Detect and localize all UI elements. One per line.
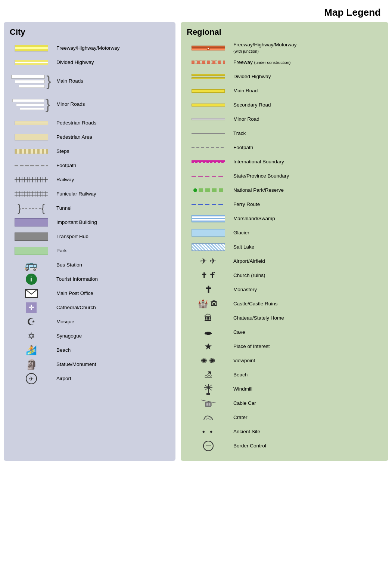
list-item: ✝ ✝̈ Church (ruins)	[187, 269, 382, 282]
road-symbol	[10, 191, 53, 197]
road-symbol	[10, 149, 53, 154]
list-item: National Park/Reserve	[187, 184, 382, 197]
road-label: Divided Highway	[56, 59, 94, 66]
icon-label: Viewpoint	[233, 358, 255, 364]
road-symbol	[187, 188, 230, 192]
list-item: 🕳 Cave	[187, 326, 382, 339]
icon-label: Ancient Site	[233, 429, 260, 435]
icon-symbol: ✝ ✝̈	[187, 271, 230, 280]
list-item: Glacier	[187, 226, 382, 240]
airport-icon: ✈	[26, 373, 37, 384]
icon-symbol: ✡	[10, 331, 53, 341]
icon-label: Main Post Office	[56, 290, 93, 297]
icon-symbol: ✈ ✈	[187, 256, 230, 266]
list-item: 🏛 Chateau/Stately Home	[187, 311, 382, 325]
road-symbol	[187, 160, 230, 163]
road-symbol	[187, 176, 230, 177]
road-label: Park	[56, 248, 67, 254]
list-item: Divided Highway	[10, 56, 169, 69]
list-item: 🗿 Statue/Monument	[10, 358, 169, 371]
road-label: State/Province Boundary	[233, 173, 289, 179]
ancient-site-icon: • •	[202, 428, 214, 436]
crater-icon	[202, 414, 214, 421]
road-label: Minor Roads	[56, 101, 85, 108]
road-symbol	[10, 60, 53, 65]
list-item: Cable Car	[187, 397, 382, 410]
road-label: National Park/Reserve	[233, 187, 284, 194]
svg-rect-5	[206, 393, 210, 395]
church-icon: ✛	[26, 302, 37, 313]
tunnel-right-brace-icon: {	[41, 203, 45, 213]
road-label: Freeway/Highway/Motorway	[56, 45, 120, 52]
mosque-icon: ☪	[27, 316, 35, 328]
icon-symbol	[187, 441, 230, 451]
svg-rect-9	[206, 403, 208, 406]
road-label: Ferry Route	[233, 201, 260, 208]
regional-column: Regional Freeway/Highway/Motorway(with j…	[181, 22, 388, 461]
icon-label: Bus Station	[56, 262, 82, 268]
list-item: Transport Hub	[10, 230, 169, 243]
icon-label: Border Control	[233, 443, 266, 449]
icon-symbol: 🏄	[10, 345, 53, 355]
list-item: ✛ Cathedral/Church	[10, 301, 169, 314]
road-label: Footpath	[233, 145, 253, 151]
road-label: Divided Highway	[233, 74, 271, 80]
icon-symbol	[10, 289, 53, 298]
icon-symbol: ✺ ✺	[187, 356, 230, 365]
list-item: Freeway/Highway/Motorway	[10, 41, 169, 55]
icon-symbol: ✛	[10, 302, 53, 313]
icon-label: Airport	[56, 376, 71, 382]
list-item: ★ Place of Interest	[187, 340, 382, 353]
road-symbol: }	[10, 97, 53, 111]
city-title: City	[10, 27, 169, 37]
road-label: Pedestrian Roads	[56, 120, 96, 126]
road-label: Marshland/Swamp	[233, 216, 275, 222]
icon-label: Church (ruins)	[233, 272, 265, 279]
viewpoint-icon: ✺ ✺	[201, 356, 216, 365]
list-item: ✝ Monastery	[187, 283, 382, 296]
svg-rect-7	[205, 402, 211, 407]
list-item: Footpath	[187, 141, 382, 154]
chateau-icon: 🏛	[204, 313, 212, 323]
list-item: Pedestrian Area	[10, 130, 169, 144]
road-label: Glacier	[233, 230, 249, 236]
road-symbol	[187, 147, 230, 148]
icon-symbol	[187, 414, 230, 421]
castle-icon: 🏰 🏚	[198, 299, 218, 309]
monastery-icon: ✝	[205, 284, 212, 295]
road-symbol	[187, 89, 230, 93]
list-item: Track	[187, 127, 382, 140]
road-label: Footpath	[56, 163, 76, 169]
cable-car-icon	[201, 398, 216, 409]
list-item: Park	[10, 244, 169, 258]
beach-icon: 🏖	[204, 370, 212, 380]
list-item: ✈ Airport	[10, 372, 169, 385]
road-symbol	[187, 215, 230, 222]
list-item: Salt Lake	[187, 240, 382, 254]
road-symbol	[10, 177, 53, 182]
icon-label: Place of Interest	[233, 344, 270, 350]
icon-symbol	[187, 383, 230, 395]
icon-label: Cave	[233, 329, 245, 336]
brace-icon: }	[46, 97, 50, 111]
svg-rect-10	[209, 403, 210, 406]
road-symbol	[10, 45, 53, 52]
list-item: 🏰 🏚 Castle/Castle Ruins	[187, 297, 382, 311]
title-text: Map Legend	[324, 7, 381, 18]
road-label: Minor Road	[233, 116, 259, 123]
road-symbol	[187, 104, 230, 107]
page-title: Map Legend	[0, 0, 392, 22]
road-label: Pedestrian Area	[56, 134, 92, 141]
city-column: City Freeway/Highway/Motorway Divided Hi…	[4, 22, 175, 461]
icon-label: Castle/Castle Ruins	[233, 301, 278, 307]
icon-label: Chateau/Stately Home	[233, 315, 284, 321]
icon-symbol: ☪	[10, 316, 53, 328]
icon-label: Synagogue	[56, 333, 82, 339]
list-item: Pedestrian Roads	[10, 116, 169, 130]
statue-icon: 🗿	[25, 359, 37, 370]
list-item: i Tourist Information	[10, 272, 169, 286]
road-symbol	[187, 46, 230, 51]
border-control-icon	[203, 441, 214, 451]
list-item: ✈ ✈ Airport/Airfield	[187, 255, 382, 268]
list-item: International Boundary	[187, 155, 382, 169]
